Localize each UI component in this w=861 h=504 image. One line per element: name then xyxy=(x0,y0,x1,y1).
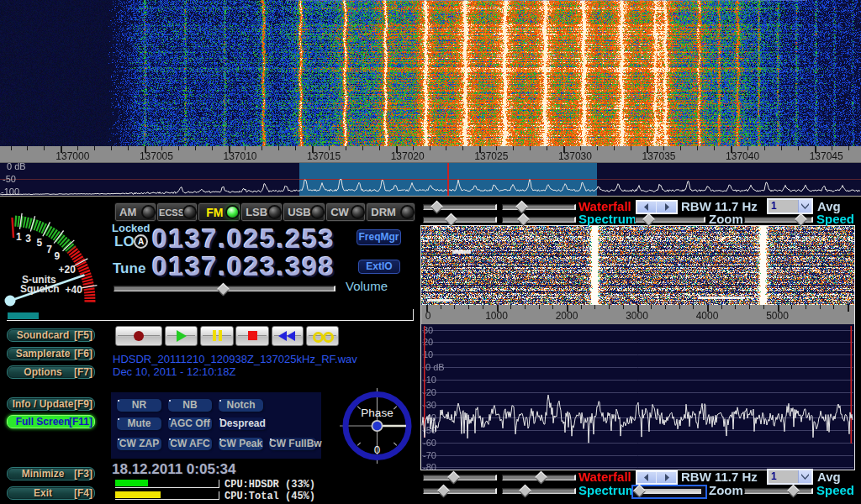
svg-text:3: 3 xyxy=(25,233,31,244)
svg-text:5: 5 xyxy=(36,237,42,249)
svg-text:Squelch: Squelch xyxy=(20,283,60,295)
svg-text:7: 7 xyxy=(46,244,52,255)
svg-text:+20: +20 xyxy=(59,264,77,276)
svg-text:1: 1 xyxy=(16,231,22,243)
svg-text:0: 0 xyxy=(374,444,381,456)
svg-text:9: 9 xyxy=(55,250,61,262)
svg-text:+40: +40 xyxy=(66,284,83,296)
svg-text:Phase: Phase xyxy=(361,407,393,419)
